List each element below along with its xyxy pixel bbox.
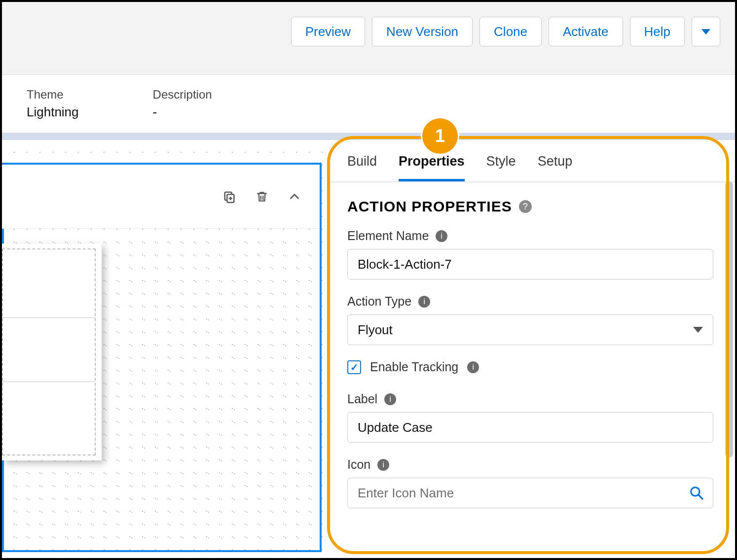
duplicate-button[interactable] xyxy=(222,189,237,204)
preview-button[interactable]: Preview xyxy=(291,17,365,46)
info-icon[interactable]: i xyxy=(377,459,389,471)
theme-value: Lightning xyxy=(27,105,79,120)
callout-badge: 1 xyxy=(422,118,458,154)
top-toolbar: Preview New Version Clone Activate Help xyxy=(2,2,735,75)
action-type-label: Action Type xyxy=(347,294,411,309)
design-canvas[interactable] xyxy=(2,140,331,558)
svg-line-7 xyxy=(699,495,702,499)
description-info: Description - xyxy=(153,88,212,120)
tab-setup[interactable]: Setup xyxy=(538,154,573,179)
description-label: Description xyxy=(153,88,212,102)
info-icon[interactable]: i xyxy=(436,230,447,242)
enable-tracking-checkbox[interactable]: ✓ xyxy=(347,360,361,374)
card-divider xyxy=(2,317,95,318)
chevron-down-icon xyxy=(693,327,703,333)
tab-build[interactable]: Build xyxy=(347,154,377,179)
element-name-label: Element Name xyxy=(347,229,429,243)
theme-info: Theme Lightning xyxy=(27,88,79,120)
description-value: - xyxy=(153,105,212,120)
separator-bar xyxy=(2,133,735,140)
action-type-value: Flyout xyxy=(358,322,393,338)
clone-button[interactable]: Clone xyxy=(479,17,542,46)
activate-button[interactable]: Activate xyxy=(549,17,623,46)
label-label: Label xyxy=(347,392,377,406)
card-divider xyxy=(2,382,95,382)
more-actions-button[interactable] xyxy=(692,17,720,46)
action-type-select[interactable]: Flyout xyxy=(347,315,713,345)
panel-title: ACTION PROPERTIES xyxy=(347,198,512,215)
theme-label: Theme xyxy=(27,88,79,102)
chevron-up-icon xyxy=(288,190,301,203)
element-name-input[interactable] xyxy=(347,249,713,280)
info-icon[interactable]: i xyxy=(384,393,396,405)
panel-scrollbar[interactable] xyxy=(725,181,733,457)
label-input[interactable] xyxy=(347,412,713,443)
copy-icon xyxy=(222,190,236,204)
new-version-button[interactable]: New Version xyxy=(372,17,473,46)
search-icon[interactable] xyxy=(689,485,704,501)
record-info-row: Theme Lightning Description - xyxy=(2,75,735,133)
trash-icon xyxy=(256,190,268,204)
tab-style[interactable]: Style xyxy=(486,154,516,179)
info-icon[interactable]: i xyxy=(418,296,430,308)
element-header-bar xyxy=(2,165,320,229)
icon-label: Icon xyxy=(347,457,370,472)
icon-input[interactable] xyxy=(347,478,713,508)
check-icon: ✓ xyxy=(350,361,359,373)
properties-panel: Build Properties Style Setup ACTION PROP… xyxy=(331,140,735,558)
info-icon[interactable]: i xyxy=(467,361,479,373)
drop-zone-outline xyxy=(2,248,96,455)
help-icon[interactable]: ? xyxy=(519,200,532,213)
tab-properties[interactable]: Properties xyxy=(399,154,465,181)
enable-tracking-label: Enable Tracking xyxy=(370,360,458,374)
delete-button[interactable] xyxy=(255,189,269,204)
panel-tabs: Build Properties Style Setup xyxy=(331,140,735,182)
chevron-down-icon xyxy=(701,29,710,35)
help-button[interactable]: Help xyxy=(630,17,685,46)
collapse-button[interactable] xyxy=(287,189,302,204)
child-element-card[interactable] xyxy=(2,244,102,460)
